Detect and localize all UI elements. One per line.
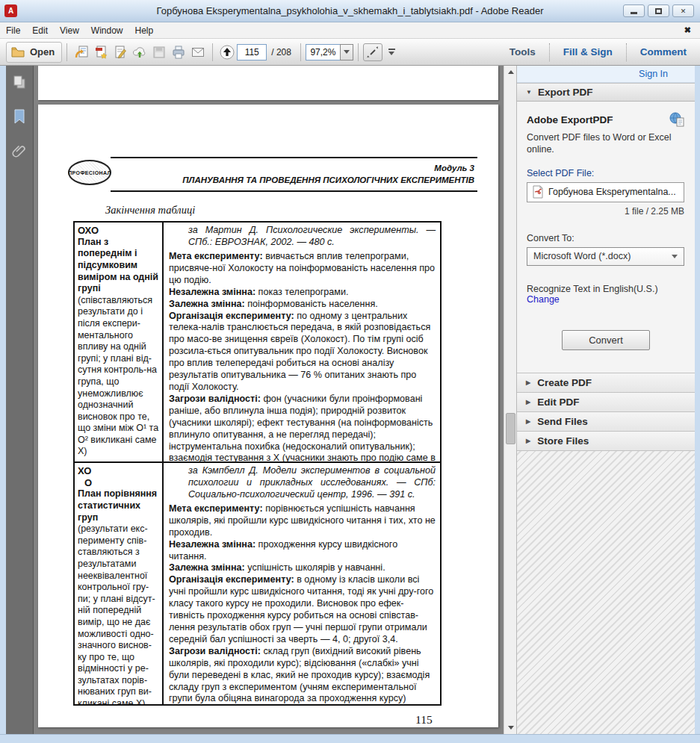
experiment-goal: Мета експерименту: порівнюється успішніс… [169,503,436,539]
chevron-right-icon: ▶ [526,379,530,386]
design-notation: ХО [78,465,160,477]
chevron-down-icon [344,50,350,54]
fit-window-icon [366,46,380,59]
module-label: Модуль 3 [114,162,474,174]
page-number: 115 [415,713,498,727]
send-files-label: Send Files [537,416,588,427]
dependent-variable: Залежна змінна: успішність школярів у на… [169,562,436,574]
export-file-icon[interactable] [72,43,91,61]
sign-in-link[interactable]: Sign In [639,69,668,79]
bookmarks-icon[interactable] [10,108,28,125]
validity-threats: Загрози валідності: фон (учасники були п… [169,394,436,461]
table-row: ОХО План з попереднім і підсумковим вимі… [75,223,440,463]
fill-sign-button[interactable]: Fill & Sign [556,43,620,60]
export-pdf-panel: Adobe ExportPDF Convert PDF files to Wor… [517,102,695,350]
menu-view[interactable]: View [54,23,85,38]
dependent-variable: Залежна змінна: поінформованість населен… [169,299,436,311]
page-up-icon[interactable] [217,43,237,61]
chevron-down-icon [672,255,678,258]
tools-panel: Sign In ▼ Export PDF Adobe ExportPDF Con… [516,66,695,734]
product-name: Adobe ExportPDF [527,114,613,125]
chevron-right-icon: ▶ [526,418,530,425]
export-pdf-section-header[interactable]: ▼ Export PDF [517,83,695,102]
panel-empty-area [517,450,695,735]
scroll-down-button[interactable] [504,721,517,734]
open-folder-icon [10,45,25,60]
close-icon: ✕ [681,7,687,15]
chevron-up-icon [508,70,514,74]
selected-file-box[interactable]: Горбунова Eksperymentalna... [527,182,684,202]
attachments-icon[interactable] [10,142,28,160]
save-icon[interactable] [149,43,169,61]
create-pdf-icon[interactable] [91,43,111,61]
toolbar-separator [358,43,359,61]
previous-page-fragment [38,66,498,100]
menu-bar: File Edit View Window Help ✖ [0,22,700,39]
chevron-right-icon: ▶ [526,438,530,444]
recognize-text-label: Recognize Text in English(U.S.) [527,284,685,294]
chevron-down-icon [508,726,514,730]
menu-help[interactable]: Help [129,23,160,38]
table-caption: Закінчення таблиці [105,204,498,217]
window-title: Горбунова Eksperymentalna_psykholohia_v_… [0,5,700,16]
source-citation: за Кэмпбелл Д. Модели экспериментов в со… [188,465,436,501]
format-dropdown[interactable]: Microsoft Word (*.docx) [527,247,684,266]
convert-button[interactable]: Convert [562,330,650,350]
format-dropdown-value: Microsoft Word (*.docx) [533,251,631,261]
comment-button[interactable]: Comment [633,43,694,60]
print-icon[interactable] [169,43,188,61]
document-canvas[interactable]: ПРОФЕСІОНАЛ Модуль 3 ПЛАНУВАННЯ ТА ПРОВЕ… [34,66,504,734]
create-pdf-section-header[interactable]: ▶ Create PDF [517,373,695,392]
restore-button[interactable] [648,4,669,17]
file-size-info: 1 file / 2.25 MB [527,206,684,217]
toolbar: Open / 208 Tools Fill & Sign [0,39,700,66]
window-frame-left [0,66,6,734]
vertical-scrollbar[interactable] [504,66,516,734]
edit-pdf-section-header[interactable]: ▶ Edit PDF [517,392,695,411]
module-subtitle: ПЛАНУВАННЯ ТА ПРОВЕДЕННЯ ПСИХОЛОГІЧНИХ Е… [114,174,474,186]
more-options-icon [388,49,395,50]
zoom-input[interactable] [306,44,340,60]
sign-in-bar: Sign In [517,66,695,83]
chevron-down-icon: ▼ [526,89,532,96]
more-options-button[interactable] [388,49,395,55]
store-files-label: Store Files [537,435,589,447]
minimize-button[interactable] [623,4,645,17]
product-description: Convert PDF files to Word or Excel onlin… [527,131,676,156]
source-citation: за Мартин Д. Психологические эксперимент… [188,225,436,249]
navigation-rail [6,66,34,734]
store-files-section-header[interactable]: ▶ Store Files [517,431,695,450]
table-row: ХО О План порівняння статистичних груп (… [75,463,440,704]
menu-edit[interactable]: Edit [26,23,54,38]
sign-document-icon[interactable] [111,43,130,61]
send-files-section-header[interactable]: ▶ Send Files [517,411,695,431]
close-button[interactable]: ✕ [672,4,694,17]
toolbar-separator [626,43,627,61]
plan-description-cell: за Кэмпбелл Д. Модели экспериментов в со… [164,463,440,704]
title-bar: A Горбунова Eksperymentalna_psykholohia_… [0,0,700,22]
tools-button[interactable]: Tools [502,43,543,60]
email-icon[interactable] [188,43,208,61]
page-thumbnails-icon[interactable] [10,73,28,91]
design-notation: ОХО [78,225,160,237]
change-language-link[interactable]: Change [527,294,685,305]
selected-file-name: Горбунова Eksperymentalna... [548,187,676,197]
open-button[interactable]: Open [6,42,62,63]
scrollbar-thumb[interactable] [506,413,515,444]
pdf-file-icon [532,185,544,199]
menu-window[interactable]: Window [85,23,129,38]
page-number-input[interactable] [237,44,267,60]
chevron-right-icon: ▶ [526,399,530,405]
cloud-upload-icon[interactable] [130,43,149,61]
close-document-icon[interactable]: ✖ [684,25,691,35]
zoom-dropdown-button[interactable] [340,44,353,60]
menu-file[interactable]: File [0,23,26,38]
publisher-logo-text: ПРОФЕСІОНАЛ [68,160,111,185]
toolbar-separator [300,43,301,61]
plan-scheme-cell: ОХО План з попереднім і підсумковим вимі… [75,223,164,461]
restore-icon [655,8,662,14]
minimize-icon [631,12,637,14]
fit-window-button[interactable] [363,43,382,61]
scroll-up-button[interactable] [504,66,517,78]
toolbar-separator [549,43,550,61]
